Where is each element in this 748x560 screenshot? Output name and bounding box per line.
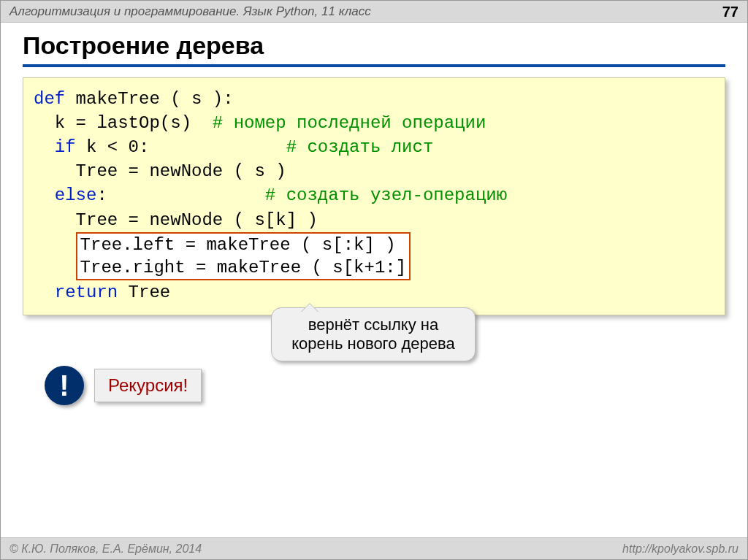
course-title: Алгоритмизация и программирование. Язык … xyxy=(9,1,371,22)
comment-2: # создать лист xyxy=(286,137,434,157)
kw-def: def xyxy=(34,89,65,109)
return-tail: Tree xyxy=(118,283,170,302)
code-line-3a: k < 0: xyxy=(76,137,286,157)
hl-line-2: Tree.right = makeTree ( s[k+1:] xyxy=(80,258,406,277)
kw-return: return xyxy=(34,283,118,302)
footer-bar: © К.Ю. Поляков, Е.А. Ерёмин, 2014 http:/… xyxy=(1,537,747,559)
callout-bubble: вернёт ссылку на корень нового дерева xyxy=(271,307,476,361)
code-line-6: Tree = newNode ( s[k] ) xyxy=(34,210,318,230)
note-row: ! Рекурсия! xyxy=(45,366,202,405)
exclamation-icon: ! xyxy=(45,366,84,405)
code-panel: def makeTree ( s ): k = lastOp(s) # номе… xyxy=(23,77,725,315)
page-number: 77 xyxy=(722,1,739,22)
kw-else: else xyxy=(34,185,96,205)
code-line-4: Tree = newNode ( s ) xyxy=(34,161,286,181)
header-bar: Алгоритмизация и программирование. Язык … xyxy=(1,1,747,23)
fn-sig: makeTree ( s ): xyxy=(65,89,233,109)
kw-if: if xyxy=(34,137,76,157)
recursion-highlight: Tree.left = makeTree ( s[:k] ) Tree.righ… xyxy=(76,232,411,280)
hl-line-1: Tree.left = makeTree ( s[:k] ) xyxy=(80,235,396,255)
slide-content: Построение дерева def makeTree ( s ): k … xyxy=(1,23,747,315)
comment-1: # номер последней операции xyxy=(213,113,486,133)
code-line-2a: k = lastOp(s) xyxy=(34,113,213,133)
comment-3: # создать узел-операцию xyxy=(265,185,507,205)
slide-title: Построение дерева xyxy=(23,31,725,67)
code-line-5a: : xyxy=(96,185,264,205)
note-label: Рекурсия! xyxy=(94,369,202,402)
footer-url: http://kpolyakov.spb.ru xyxy=(622,542,739,556)
copyright: © К.Ю. Поляков, Е.А. Ерёмин, 2014 xyxy=(9,542,202,556)
